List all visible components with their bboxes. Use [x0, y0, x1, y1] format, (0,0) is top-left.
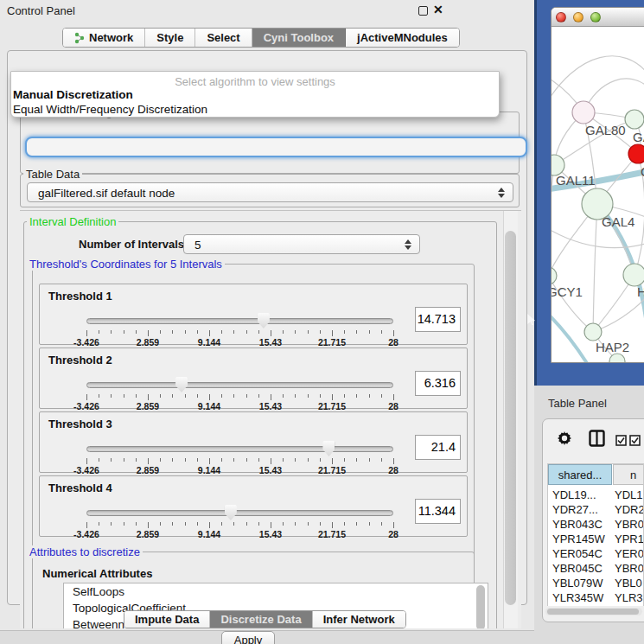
slider-thumb[interactable] — [225, 505, 237, 520]
network-node-gcy1[interactable] — [552, 267, 557, 284]
tick-mark — [148, 522, 149, 528]
settings-scroll-viewport: Interval Definition Number of Intervals … — [20, 210, 521, 628]
network-node-label: HAP2 — [596, 340, 629, 354]
slider-thumb[interactable] — [258, 313, 270, 328]
tick-mark — [172, 330, 173, 334]
network-canvas[interactable]: GAL80GACGAL11GAL4GCY1HHAP2 — [552, 27, 644, 363]
tab-network[interactable]: Network — [63, 29, 145, 47]
table-row[interactable]: YPR145WYPR1 — [548, 532, 643, 546]
tick-mark — [381, 330, 382, 334]
minimize-icon[interactable] — [573, 12, 583, 22]
tick-mark — [185, 394, 186, 398]
column-header-name[interactable]: n — [613, 464, 644, 485]
slider-track[interactable] — [86, 446, 393, 452]
table-row[interactable]: YBR043CYBR0 — [548, 517, 643, 532]
slider-track[interactable] — [86, 318, 393, 324]
tick-mark — [148, 458, 149, 464]
axis-tick-label: 15.43 — [259, 529, 282, 539]
table-hscrollbar-thumb[interactable] — [547, 609, 639, 615]
table-row[interactable]: YER054CYER0 — [548, 546, 643, 561]
axis-tick-label: 21.715 — [318, 529, 346, 539]
settings-gear-icon[interactable] — [557, 430, 572, 450]
threshold-value-field[interactable]: 11.344 — [415, 499, 461, 524]
list-scrollbar-thumb[interactable] — [476, 585, 485, 628]
threshold-label: Threshold 4 — [48, 481, 112, 494]
table-row[interactable]: YBR045CYBR0 — [548, 561, 643, 576]
close-icon[interactable]: ✕ — [433, 3, 443, 16]
threshold-value-field[interactable]: 14.713 — [415, 307, 461, 332]
network-node-gal80[interactable] — [572, 101, 595, 124]
tab-cyni-toolbox[interactable]: Cyni Toolbox — [252, 29, 346, 47]
network-view-window[interactable]: GAL80GACGAL11GAL4GCY1HHAP2 — [551, 7, 644, 363]
tick-mark — [172, 458, 173, 462]
tick-mark — [99, 394, 99, 398]
network-edge[interactable] — [593, 295, 644, 332]
network-edge[interactable] — [593, 204, 597, 332]
tick-mark — [111, 522, 112, 526]
axis-tick-label: 9.144 — [198, 529, 220, 539]
table-row[interactable]: YLR345WYLR3 — [548, 590, 643, 605]
table-row[interactable]: YIL052CYIL0 — [548, 605, 643, 606]
algorithm-popup-hint: Select algorithm to view settings — [11, 75, 499, 88]
tick-mark — [283, 394, 284, 398]
tick-mark — [393, 522, 394, 528]
algorithm-option-manual[interactable]: Manual Discretization — [13, 88, 133, 101]
checkbox-checked-icon[interactable] — [629, 434, 641, 450]
tick-mark — [295, 458, 296, 462]
network-window-titlebar[interactable] — [552, 8, 644, 27]
table-row[interactable]: YDL19...YDL1 — [548, 488, 643, 502]
tick-mark — [172, 522, 173, 526]
tick-mark — [221, 522, 222, 526]
network-node-h[interactable] — [623, 264, 644, 286]
tab-jactivemnodules[interactable]: jActiveMNodules — [346, 29, 459, 47]
tab-style[interactable]: Style — [145, 29, 195, 47]
network-node-hap2[interactable] — [584, 323, 602, 341]
attribute-list-item[interactable]: SelfLoops — [64, 583, 488, 600]
cell-name: YDR2 — [615, 502, 644, 517]
tab-discretize-data[interactable]: Discretize Data — [210, 611, 312, 628]
algorithm-option-equal-width[interactable]: Equal Width/Frequency Discretization — [13, 103, 207, 116]
apply-button[interactable]: Apply — [221, 631, 275, 644]
tick-mark — [308, 330, 309, 334]
slider-track[interactable] — [86, 510, 393, 516]
number-of-intervals-combobox[interactable]: 5 — [183, 234, 420, 254]
slider-track[interactable] — [86, 382, 393, 388]
tab-infer-network[interactable]: Infer Network — [313, 611, 405, 628]
interval-definition-title: Interval Definition — [27, 215, 118, 228]
algorithm-combobox[interactable] — [25, 137, 527, 157]
tick-mark — [136, 394, 137, 398]
table-row[interactable]: YBL079WYBL0 — [548, 576, 643, 590]
axis-tick-label: 21.715 — [318, 401, 346, 411]
tick-mark — [136, 522, 137, 526]
tick-mark — [233, 330, 234, 334]
table-panel-title: Table Panel — [548, 397, 607, 410]
cell-name: YBR0 — [615, 561, 644, 576]
slider-thumb[interactable] — [322, 441, 335, 456]
tab-impute-data[interactable]: Impute Data — [124, 611, 210, 628]
network-edge[interactable] — [552, 165, 554, 276]
table-data-combobox[interactable]: galFiltered.sif default node — [27, 182, 513, 202]
network-edge[interactable] — [552, 56, 644, 109]
panel-scrollbar-thumb[interactable] — [505, 231, 516, 605]
checkbox-checked-icon[interactable] — [615, 434, 627, 450]
zoom-icon[interactable] — [590, 12, 601, 22]
network-edge-highlighted[interactable] — [552, 305, 590, 363]
tick-mark — [320, 330, 321, 334]
float-window-icon[interactable] — [418, 6, 428, 16]
slider-thumb[interactable] — [175, 377, 188, 392]
tick-mark — [283, 330, 284, 334]
tab-select[interactable]: Select — [195, 29, 252, 47]
stepper-arrows-icon — [405, 239, 411, 250]
network-node-label: GAL4 — [602, 214, 634, 229]
threshold-value-field[interactable]: 21.4 — [415, 435, 461, 460]
split-columns-icon[interactable] — [589, 430, 605, 450]
network-node-c[interactable] — [628, 144, 644, 163]
tick-mark — [160, 330, 161, 334]
close-icon[interactable] — [556, 12, 566, 22]
tick-mark — [271, 458, 271, 464]
table-row[interactable]: YDR27...YDR2 — [548, 502, 643, 517]
threshold-value-field[interactable]: 6.316 — [415, 371, 461, 396]
column-header-shared-name[interactable]: shared... — [548, 464, 612, 485]
node-attribute-table[interactable]: shared... n YDL19...YDL1YDR27...YDR2YBR0… — [547, 463, 644, 606]
network-node-ga[interactable] — [625, 110, 644, 129]
